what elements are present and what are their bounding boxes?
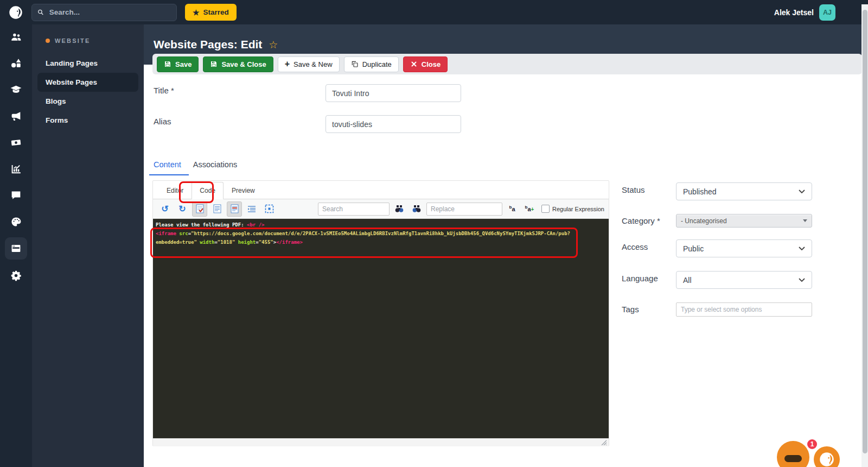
undo-icon: ↺ xyxy=(161,205,168,213)
replace-button[interactable]: ba xyxy=(505,201,520,217)
rail-item-users[interactable] xyxy=(5,26,27,48)
document-lines-icon xyxy=(231,204,239,213)
search-icon xyxy=(37,9,44,16)
notification-badge[interactable]: 1 xyxy=(806,438,818,450)
section-dot-icon xyxy=(46,39,50,43)
sidebar-section-header: WEBSITE xyxy=(32,24,144,44)
validate-button[interactable] xyxy=(192,201,207,217)
highlight-line-button[interactable] xyxy=(227,201,242,217)
title-label: Title * xyxy=(154,86,174,95)
elephant-icon xyxy=(818,450,836,467)
code-line: <iframe src="https://docs.google.com/doc… xyxy=(156,229,609,238)
code-line: embedded=true" width="1018" height="455"… xyxy=(156,238,609,247)
rail-item-settings[interactable] xyxy=(5,264,27,287)
document-check-icon xyxy=(196,204,204,213)
chevron-down-icon xyxy=(799,190,805,194)
users-icon xyxy=(10,31,22,43)
find-input[interactable] xyxy=(318,203,390,216)
indent-button[interactable] xyxy=(244,201,259,217)
code-area[interactable]: Please view the following PDF: <br /> <i… xyxy=(153,219,609,438)
nav-rail xyxy=(0,24,32,467)
star-icon: ★ xyxy=(193,8,200,17)
rail-item-billing[interactable] xyxy=(5,131,27,154)
editor-footer xyxy=(153,438,609,446)
regex-option: Regular Expression xyxy=(541,205,604,213)
rail-item-marketing[interactable] xyxy=(5,105,27,127)
tab-associations[interactable]: Associations xyxy=(189,156,245,175)
save-close-button[interactable]: Save & Close xyxy=(203,56,273,72)
main-content: Website Pages: Edit ☆ Save Save & Close … xyxy=(144,24,868,467)
resize-grip-icon[interactable] xyxy=(601,440,607,445)
close-button[interactable]: Close xyxy=(403,56,448,72)
scrollbar-track[interactable] xyxy=(861,4,868,467)
save-button[interactable]: Save xyxy=(157,56,199,72)
save-icon xyxy=(210,60,218,68)
sidebar-item-forms[interactable]: Forms xyxy=(37,111,138,130)
replace-icon: ba xyxy=(509,205,515,212)
find-next-button[interactable] xyxy=(392,201,407,217)
tags-input[interactable] xyxy=(676,302,812,317)
search-input[interactable] xyxy=(48,8,171,17)
starred-button[interactable]: ★ Starred xyxy=(185,4,237,21)
tab-editor[interactable]: Editor xyxy=(158,182,192,199)
rail-item-design[interactable] xyxy=(5,211,27,233)
rail-item-website[interactable] xyxy=(5,237,27,260)
plus-icon: + xyxy=(285,60,290,68)
app-window: ★ Starred Alek Jetsel AJ xyxy=(0,0,868,467)
comment-icon xyxy=(10,190,22,201)
window-icon xyxy=(10,243,22,254)
shapes-icon xyxy=(10,58,22,69)
global-search xyxy=(31,4,177,21)
regex-checkbox[interactable] xyxy=(541,205,550,213)
code-line: Please view the following PDF: <br /> xyxy=(156,220,609,229)
category-label: Category * xyxy=(622,216,660,225)
rail-item-education[interactable] xyxy=(5,78,27,100)
replace-input[interactable] xyxy=(426,203,502,216)
redo-button[interactable]: ↻ xyxy=(175,201,190,217)
fullscreen-icon xyxy=(265,204,274,213)
sidebar-item-website-pages[interactable]: Website Pages xyxy=(37,73,138,92)
chevron-down-icon xyxy=(799,278,805,282)
starred-label: Starred xyxy=(203,8,229,16)
money-icon xyxy=(10,137,22,148)
alias-field[interactable] xyxy=(326,115,461,133)
language-select[interactable]: All xyxy=(676,271,812,289)
sidebar-section-label: WEBSITE xyxy=(55,37,91,44)
category-select[interactable]: - Uncategorised xyxy=(676,214,812,228)
codemirror-toolbar: ↺ ↻ xyxy=(153,199,609,219)
replace-all-button[interactable]: ba+ xyxy=(522,201,537,217)
tab-preview[interactable]: Preview xyxy=(224,182,263,199)
brand-logo-icon[interactable] xyxy=(8,4,24,21)
undo-button[interactable]: ↺ xyxy=(157,201,173,217)
tags-label: Tags xyxy=(622,305,639,314)
access-select[interactable]: Public xyxy=(676,239,812,257)
rail-item-shapes[interactable] xyxy=(5,52,27,74)
regex-label: Regular Expression xyxy=(552,206,604,212)
rail-item-messages[interactable] xyxy=(5,184,27,206)
document-icon xyxy=(213,204,221,213)
tab-content[interactable]: Content xyxy=(149,156,189,175)
sidebar-item-blogs[interactable]: Blogs xyxy=(37,92,138,111)
duplicate-button[interactable]: Duplicate xyxy=(344,56,399,72)
chevron-down-icon xyxy=(799,247,805,251)
avatar[interactable]: AJ xyxy=(819,4,835,21)
find-prev-button[interactable] xyxy=(409,201,424,217)
favorite-star-icon[interactable]: ☆ xyxy=(269,39,278,51)
alias-label: Alias xyxy=(154,117,171,126)
save-new-button[interactable]: + Save & New xyxy=(278,56,340,72)
sidebar: WEBSITE Landing Pages Website Pages Blog… xyxy=(32,24,144,467)
sidebar-item-landing-pages[interactable]: Landing Pages xyxy=(37,54,138,73)
indent-icon xyxy=(247,205,256,213)
tab-code[interactable]: Code xyxy=(192,182,224,199)
scrollbar-thumb[interactable] xyxy=(863,10,867,453)
title-field[interactable] xyxy=(326,84,461,102)
gear-icon xyxy=(10,270,22,281)
topbar: ★ Starred Alek Jetsel AJ xyxy=(0,0,868,24)
format-button[interactable] xyxy=(209,201,225,217)
binoculars-icon xyxy=(412,205,421,213)
rail-item-reports[interactable] xyxy=(5,158,27,180)
status-select[interactable]: Published xyxy=(676,182,812,200)
fullscreen-button[interactable] xyxy=(261,201,277,217)
duplicate-icon xyxy=(351,60,359,68)
content-tabs: Content Associations xyxy=(149,156,245,175)
